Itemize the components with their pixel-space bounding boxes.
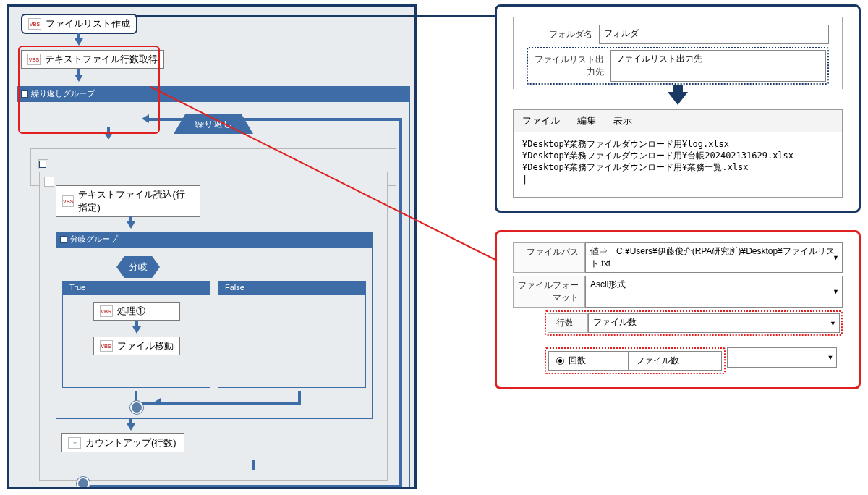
branch-false-header[interactable]: False bbox=[218, 281, 366, 294]
prop-file-format: ファイルフォーマット Ascii形式 bbox=[513, 276, 843, 308]
branch-shape[interactable]: 分岐 bbox=[116, 256, 160, 278]
file-path-combo[interactable]: 値⇒ C:¥Users¥伊藤俊介(RPA研究所)¥Desktop¥ファイルリスト… bbox=[585, 242, 843, 273]
prop-file-path: ファイルパス 値⇒ C:¥Users¥伊藤俊介(RPA研究所)¥Desktop¥… bbox=[513, 242, 843, 273]
collapse-icon[interactable] bbox=[60, 236, 67, 243]
prop-output-dest: ファイルリスト出力先 ファイルリスト出力先 bbox=[529, 50, 826, 82]
merge-node-icon bbox=[130, 401, 143, 414]
arrow-down-icon bbox=[127, 423, 135, 431]
arrow-down-icon bbox=[132, 326, 141, 334]
count-extra-combo[interactable] bbox=[727, 347, 837, 368]
group-title: 繰り返しグループ bbox=[31, 88, 95, 99]
node-label: ファイルリスト作成 bbox=[46, 17, 130, 30]
arrow-down-icon bbox=[127, 221, 135, 229]
detail-panel-red: ファイルパス 値⇒ C:¥Users¥伊藤俊介(RPA研究所)¥Desktop¥… bbox=[495, 230, 861, 389]
branch-group-header[interactable]: 分岐グループ bbox=[56, 232, 373, 247]
big-arrow-down-icon bbox=[668, 92, 688, 105]
detail-panel-blue: フォルダ名 フォルダ ファイルリスト出力先 ファイルリスト出力先 ファイル 編集… bbox=[495, 4, 861, 213]
file-list-preview: ファイル 編集 表示 ¥Desktop¥業務ファイルダウンロード用¥log.xl… bbox=[513, 109, 843, 198]
count-value-cell[interactable]: ファイル数 bbox=[629, 352, 721, 370]
collapse-icon[interactable] bbox=[39, 161, 46, 168]
menu-view[interactable]: 表示 bbox=[613, 114, 632, 127]
blue-dotted-highlight: ファイルリスト出力先 ファイルリスト出力先 bbox=[527, 47, 829, 85]
node-label: テキストファイル読込(行指定) bbox=[78, 188, 194, 214]
file-list-content: ¥Desktop¥業務ファイルダウンロード用¥log.xlsx ¥Desktop… bbox=[514, 132, 842, 197]
arrow-left-icon bbox=[142, 114, 149, 123]
group-title: 分岐グループ bbox=[70, 234, 118, 245]
merge-node-icon bbox=[77, 477, 90, 489]
arrow-down-icon bbox=[75, 38, 83, 46]
node-count-up[interactable]: ＋ カウントアップ(行数) bbox=[61, 433, 184, 452]
loop-shape[interactable]: 繰り返し bbox=[174, 114, 253, 134]
menu-edit[interactable]: 編集 bbox=[577, 114, 596, 127]
node-file-move[interactable]: VBS ファイル移動 bbox=[93, 337, 180, 355]
arrow-down-icon bbox=[104, 132, 113, 140]
red-dotted-rows: 行数 ファイル数 bbox=[545, 310, 843, 336]
node-label: テキストファイル行数取得 bbox=[45, 53, 158, 66]
flowchart-panel: VBS ファイルリスト作成 VBS テキストファイル行数取得 繰り返しグループ … bbox=[7, 4, 417, 489]
collapse-icon[interactable] bbox=[21, 90, 28, 98]
vbs-icon: VBS bbox=[27, 54, 41, 65]
prop-folder-name: フォルダ名 フォルダ bbox=[527, 25, 829, 44]
file-format-combo[interactable]: Ascii形式 bbox=[585, 276, 843, 308]
node-file-list-create[interactable]: VBS ファイルリスト作成 bbox=[21, 14, 137, 34]
plus-icon: ＋ bbox=[68, 437, 81, 449]
radio-checked-icon bbox=[556, 357, 564, 365]
output-dest-input[interactable]: ファイルリスト出力先 bbox=[610, 50, 826, 82]
vbs-icon: VBS bbox=[100, 305, 113, 317]
folder-name-input[interactable]: フォルダ bbox=[599, 25, 829, 44]
vbs-icon: VBS bbox=[62, 195, 74, 207]
red-dotted-count: 回数 ファイル数 bbox=[545, 347, 726, 374]
vbs-icon: VBS bbox=[100, 340, 113, 352]
arrow-left-icon bbox=[155, 398, 161, 405]
arrow-down-icon bbox=[75, 75, 83, 82]
collapse-icon[interactable] bbox=[44, 177, 54, 187]
node-text-read-line[interactable]: VBS テキストファイル読込(行指定) bbox=[56, 185, 200, 217]
node-process-1[interactable]: VBS 処理① bbox=[93, 302, 180, 321]
menu-file[interactable]: ファイル bbox=[522, 114, 560, 127]
loop-group-header[interactable]: 繰り返しグループ bbox=[17, 86, 410, 101]
branch-true-header[interactable]: True bbox=[62, 281, 210, 294]
node-text-line-count[interactable]: VBS テキストファイル行数取得 bbox=[21, 50, 164, 69]
rows-combo[interactable]: ファイル数 bbox=[588, 313, 840, 333]
count-radio[interactable]: 回数 bbox=[549, 352, 629, 370]
vbs-icon: VBS bbox=[28, 18, 41, 30]
